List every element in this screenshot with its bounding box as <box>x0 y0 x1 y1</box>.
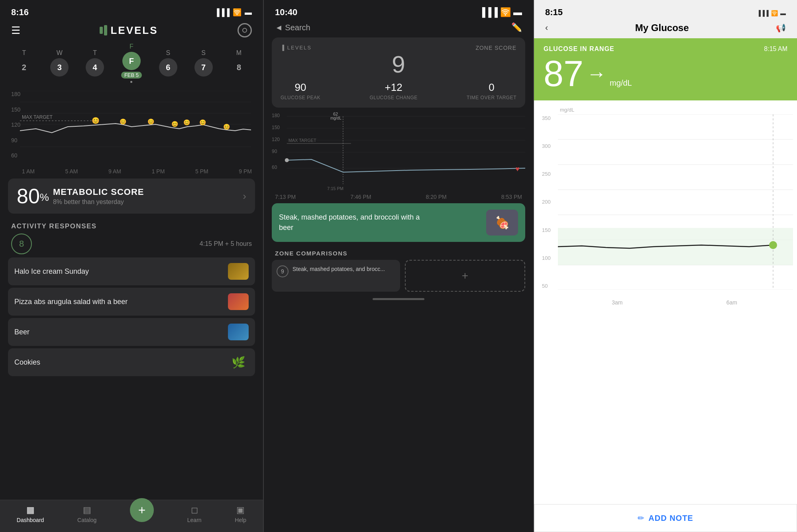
day-sat-label: S <box>166 49 171 57</box>
status-bar-1: 8:16 ▐▐▐ 🛜 ▬ <box>0 0 263 21</box>
food-item-2[interactable]: Pizza abs arugula salad with a beer <box>8 288 255 316</box>
status-time-3: 8:15 <box>545 7 563 18</box>
dashboard-icon: ▦ <box>26 505 35 515</box>
glucose-change-stat: +12 GLUCOSE CHANGE <box>369 81 417 100</box>
pencil-icon: ✏ <box>638 513 644 523</box>
nav-dashboard[interactable]: ▦ Dashboard <box>17 505 44 523</box>
battery-icon-2: ▬ <box>513 7 522 17</box>
day-mon-label: M <box>236 49 241 57</box>
nav-help[interactable]: ▣ Help <box>235 505 246 523</box>
day-sun-label: S <box>201 49 206 57</box>
day-thu[interactable]: T 4 <box>86 49 104 77</box>
nav-catalog[interactable]: ▤ Catalog <box>77 505 96 523</box>
speaker-icon[interactable]: 📢 <box>776 23 786 33</box>
food-item-4[interactable]: Cookies 🌿 <box>8 348 255 376</box>
svg-text:😊: 😊 <box>171 121 179 128</box>
day-thu-circle: 4 <box>86 58 104 77</box>
day-mon[interactable]: M 8 <box>230 49 248 77</box>
nav-catalog-label: Catalog <box>77 517 96 523</box>
add-note-label: ADD NOTE <box>648 514 693 523</box>
svg-text:😊: 😊 <box>147 118 155 125</box>
time-over-target-stat: 0 TIME OVER TARGET <box>467 81 516 100</box>
zone-comp-score: 9 <box>277 265 289 277</box>
back-button-2[interactable]: ◄ Search <box>275 23 310 32</box>
activity-score-circle: 8 <box>11 234 32 254</box>
nav-add-button[interactable]: + <box>130 498 154 522</box>
glucose-unit: mg/dL <box>610 79 632 87</box>
back-button-3[interactable]: ‹ <box>545 23 548 33</box>
glucose-status: GLUCOSE IN RANGE <box>544 45 614 53</box>
signal-icon: ▐▐▐ <box>214 8 230 17</box>
chart2-x-labels: 7:13 PM 7:46 PM 8:20 PM 8:53 PM <box>272 194 525 200</box>
target-icon[interactable] <box>238 23 252 37</box>
logo-bar-2 <box>104 25 107 35</box>
day-tue-circle: 2 <box>15 58 33 77</box>
glucose-number: 87 <box>544 56 583 92</box>
day-wed-label: W <box>57 49 63 57</box>
svg-text:😊: 😊 <box>183 119 190 126</box>
zone-chart: 180 150 120 MAX TARGET 90 60 62 mg/dL 7:… <box>264 112 533 200</box>
glucose-chart-relative: 350 300 250 200 150 100 50 <box>542 114 789 298</box>
svg-text:😊: 😊 <box>223 124 230 130</box>
zone-score-panel: ▐ LEVELS ZONE SCORE 9 90 GLUCOSE PEAK +1… <box>272 37 525 108</box>
svg-text:150: 150 <box>272 125 280 130</box>
wifi-icon-3: 🛜 <box>771 10 778 16</box>
help-icon: ▣ <box>236 505 245 515</box>
glucose-chart-1: 180 150 120 90 60 MAX TARGET 😊 😊 😊 😊 😊 😊 <box>0 87 263 175</box>
day-sat[interactable]: S 6 <box>159 49 177 77</box>
glucose-top-row: GLUCOSE IN RANGE 8:15 AM <box>544 45 787 53</box>
days-row: T 2 W 3 T 4 F F FEB 5 S 6 S 7 M 8 <box>0 41 263 87</box>
target-inner <box>242 28 247 33</box>
food-item-3[interactable]: Beer <box>8 318 255 346</box>
food-img-3 <box>228 324 249 340</box>
day-fri-circle: F <box>122 52 141 70</box>
signal-icon-2: ▐▐▐ <box>479 7 498 17</box>
metabolic-text: METABOLIC SCORE 8% better than yesterday <box>53 187 144 206</box>
add-note-button[interactable]: ✏ ADD NOTE <box>534 504 797 532</box>
day-thu-label: T <box>93 49 97 57</box>
day-tue-label: T <box>22 49 26 57</box>
svg-text:♥: ♥ <box>515 165 520 173</box>
svg-text:MAX TARGET: MAX TARGET <box>22 114 53 120</box>
day-mon-circle: 8 <box>230 58 248 77</box>
glucose-timestamp: 8:15 AM <box>764 45 787 53</box>
screen-glucose: 8:15 ▐▐▐ 🛜 ▬ ‹ My Glucose 📢 GLUCOSE IN R… <box>534 0 797 532</box>
day-fri[interactable]: F F FEB 5 <box>121 43 142 83</box>
food-item-1[interactable]: Halo Ice cream Sunday <box>8 257 255 285</box>
zone-comp-card-1[interactable]: 9 Steak, mashed potatoes, and brocc... <box>272 260 400 292</box>
day-sun[interactable]: S 7 <box>194 49 213 77</box>
wifi-icon: 🛜 <box>233 8 241 17</box>
glucose-value-display: 87 → mg/dL <box>544 56 787 92</box>
glucose-chart-svg <box>558 114 793 290</box>
day-tue[interactable]: T 2 <box>15 49 33 77</box>
nav-learn[interactable]: ◻ Learn <box>187 505 202 523</box>
bottom-nav-1: ▦ Dashboard ▤ Catalog + ◻ Learn ▣ Help <box>0 500 263 532</box>
glucose-y-labels: 350 300 250 200 150 100 50 <box>542 114 551 290</box>
menu-icon[interactable]: ☰ <box>11 24 20 37</box>
metabolic-left: 80% METABOLIC SCORE 8% better than yeste… <box>17 186 144 206</box>
status-time-1: 8:16 <box>11 7 29 18</box>
nav-header-2: ◄ Search ✏️ <box>264 21 533 37</box>
glucose-x-labels: 3am 6am <box>560 299 789 306</box>
activity-time-row: 8 4:15 PM + 5 hours <box>0 234 263 257</box>
status-icons-1: ▐▐▐ 🛜 ▬ <box>214 8 252 17</box>
status-icons-3: ▐▐▐ 🛜 ▬ <box>757 7 786 18</box>
svg-text:180: 180 <box>272 113 280 118</box>
zone-comp-add-button[interactable]: + <box>405 260 525 292</box>
logo-icon <box>100 25 107 35</box>
day-fri-label: F <box>130 43 133 50</box>
meal-card-image: 🍖 <box>486 210 518 236</box>
metabolic-score-card[interactable]: 80% METABOLIC SCORE 8% better than yeste… <box>8 179 255 214</box>
nav-help-label: Help <box>235 517 246 523</box>
day-wed[interactable]: W 3 <box>50 49 69 77</box>
meal-card[interactable]: Steak, mashed potatoes, and broccoli wit… <box>272 203 525 242</box>
svg-text:7:15 PM: 7:15 PM <box>327 186 344 191</box>
day-fri-dot <box>130 81 132 83</box>
glucose-peak-stat: 90 GLUCOSE PEAK <box>281 81 320 100</box>
app-header-1: ☰ LEVELS <box>0 21 263 41</box>
logo-bar-1 <box>100 27 103 34</box>
page-title-3: My Glucose <box>635 22 689 33</box>
svg-point-43 <box>769 241 777 249</box>
logo-text: LEVELS <box>110 24 158 37</box>
edit-icon[interactable]: ✏️ <box>511 22 522 33</box>
